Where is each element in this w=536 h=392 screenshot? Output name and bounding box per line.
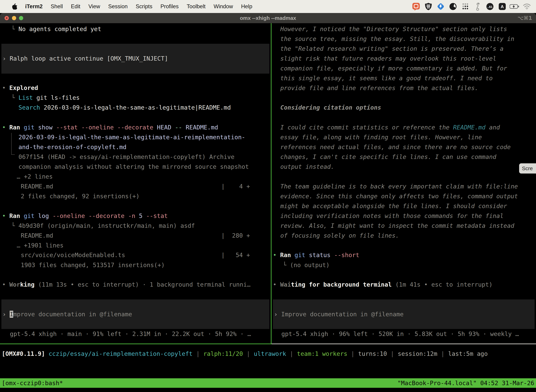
tmux-session-name: [omx-cczip0:bash*	[2, 378, 63, 388]
reasoning-para1-line7: provide file and line references from th…	[280, 83, 478, 93]
menu-item-shell[interactable]: Shell	[47, 3, 67, 10]
macos-menu-bar: iTerm2 Shell Edit View Session Scripts P…	[0, 0, 536, 13]
reasoning-para2-line4: changes, I can't cite specific file line…	[280, 152, 496, 162]
shield-grid-icon[interactable]	[423, 2, 433, 11]
git-show-summary: 2 files changed, 92 insertions(+)	[21, 191, 140, 201]
git-status-no-output: └ (no output)	[283, 260, 330, 270]
pane-divider-horizontal-right	[272, 344, 536, 344]
ran-git-status-line: • Ran git status --short	[273, 250, 359, 260]
git-log-output-1: └ 4b9d30f (origin/main, instructkr/main,…	[11, 221, 195, 231]
left-model-status: gpt-5.4 xhigh · main · 91% left · 2.31M …	[10, 329, 251, 339]
pane-divider-vertical[interactable]	[271, 23, 272, 344]
ran-git-show-line: • Ran git show --stat --oneline --decora…	[2, 122, 218, 132]
wifi-icon[interactable]	[522, 2, 532, 11]
pane-divider-horizontal-left	[0, 344, 272, 344]
left-prompt-input[interactable]: › Improve documentation in @filename	[1, 299, 269, 329]
omx-status-line: [OMX#0.11.9] cczip/essay/ai-reimplementa…	[2, 349, 488, 359]
reasoning-para2-line5: output instead.	[280, 162, 334, 172]
explored-search-line: Search 2026-03-09-is-legal-the-same-as-l…	[19, 103, 231, 112]
screen-notification[interactable]: Scre	[519, 163, 536, 173]
menu-app-name[interactable]: iTerm2	[21, 3, 47, 10]
reasoning-para1-line6: this single essay, it seems like a good …	[280, 73, 493, 83]
reasoning-para3-line4: including verification notes with those …	[280, 211, 503, 221]
git-log-output-2: … +1901 lines	[17, 240, 63, 250]
blue-bolt-icon[interactable]	[436, 2, 446, 11]
ralph-inject-line: › Ralph loop active continue [OMX_TMUX_I…	[2, 54, 168, 63]
menu-item-window[interactable]: Window	[210, 3, 237, 10]
battery-icon[interactable]	[510, 2, 519, 11]
badge-61-icon[interactable]: ..61	[485, 2, 495, 11]
reasoning-para1-line3: the "Related research writing" section i…	[280, 44, 503, 54]
dots-grid-icon[interactable]	[460, 2, 470, 11]
keyboard-a-icon[interactable]: A	[497, 2, 507, 11]
reasoning-para3-line2: evidence. Since this change only affects…	[280, 191, 518, 201]
git-show-output-3: … +2 lines	[17, 172, 53, 182]
reasoning-para1-line2: the source tree, missing the essay. Stil…	[280, 34, 514, 44]
git-show-arg-line-2: and-the-erosion-of-copyleft.md	[19, 142, 126, 152]
window-title-bar: omx --xhigh --madmax ⌥⌘1	[0, 13, 536, 23]
reasoning-heading: Considering citation options	[280, 103, 381, 112]
screen-share-icon[interactable]	[411, 2, 421, 11]
menu-item-edit[interactable]: Edit	[67, 3, 84, 10]
apple-icon	[12, 3, 17, 10]
right-model-status: gpt-5.4 xhigh · 96% left · 520K in · 5.8…	[281, 329, 519, 339]
menu-item-toolbelt[interactable]: Toolbelt	[183, 3, 210, 10]
left-prompt-line: › Improve documentation in @filename	[2, 309, 132, 319]
tree-connector	[11, 133, 15, 155]
menu-item-help[interactable]: Help	[237, 3, 256, 10]
reasoning-para1-line5: companion file, especially if more comme…	[280, 63, 507, 73]
badge-61-label: ..61	[488, 5, 492, 9]
no-agents-line: └ No agents completed yet	[11, 24, 101, 34]
apple-menu[interactable]	[8, 3, 21, 10]
git-show-arg-line-1: 2026-03-09-is-legal-the-same-as-legitima…	[19, 132, 245, 142]
reasoning-para2-line3: references need actual files, and since …	[280, 142, 511, 152]
keyboard-a-label: A	[501, 4, 504, 9]
reasoning-para3-line5: review. Also, I might want to inspect th…	[280, 221, 514, 231]
window-shortcut-hint: ⌥⌘1	[517, 13, 532, 23]
right-prompt-line: › Improve documentation in @filename	[274, 309, 404, 319]
ralph-inject-box[interactable]: › Ralph loop active continue [OMX_TMUX_I…	[1, 44, 269, 74]
reasoning-para3-line3: might be acceptable alongside the file l…	[280, 201, 507, 211]
menu-item-scripts[interactable]: Scripts	[132, 3, 157, 10]
git-log-stat-row-1: README.md| 280 +	[21, 231, 53, 240]
reasoning-para2-line1: I could cite commit statistics or refere…	[280, 122, 500, 132]
working-status-line: • Working (11m 13s • esc to interrupt) ·…	[2, 280, 250, 289]
git-log-stat-row-2: src/voice/voiceModeEnabled.ts| 54 +	[21, 250, 125, 260]
menu-item-view[interactable]: View	[84, 3, 104, 10]
tmux-host-clock: "MacBook-Pro-44.local" 04:52 31-Mar-26	[397, 378, 534, 388]
explored-list-line: └ List git ls-files	[11, 93, 80, 103]
crescent-circle-icon[interactable]	[448, 2, 458, 11]
explored-header: • Explored	[2, 83, 38, 93]
tmux-status-bar: [omx-cczip0:bash* "MacBook-Pro-44.local"…	[0, 378, 536, 388]
ran-git-log-line: • Ran git log --oneline --decorate -n 5 …	[2, 211, 168, 221]
git-show-output-1: 067f154 (HEAD -> essay/ai-reimplementati…	[19, 152, 234, 162]
reasoning-para3-line1: The team guideline is to back every impo…	[280, 182, 518, 191]
terminal-content: └ No agents completed yet › Ralph loop a…	[0, 23, 536, 392]
reasoning-para1-line4: slight risk that future readers may over…	[280, 54, 496, 63]
right-prompt-input[interactable]: › Improve documentation in @filename	[273, 299, 535, 329]
waiting-status-line: • Waiting for background terminal (1m 41…	[273, 280, 493, 289]
git-log-summary: 1903 files changed, 513517 insertions(+)	[21, 260, 165, 270]
reasoning-para2-line2: essay file, along with finding root file…	[280, 132, 482, 142]
menu-item-session[interactable]: Session	[104, 3, 132, 10]
git-show-stat-row: README.md| 4 +	[21, 182, 53, 191]
menu-item-profiles[interactable]: Profiles	[156, 3, 182, 10]
reasoning-para3-line6: of focusing solely on file lines.	[280, 231, 399, 240]
reasoning-para1-line1: However, I noticed the "Directory Struct…	[280, 24, 507, 34]
window-title: omx --xhigh --madmax	[0, 13, 536, 23]
squiggle-icon[interactable]	[473, 2, 483, 11]
git-show-output-2: companion analysis without altering the …	[19, 162, 249, 172]
